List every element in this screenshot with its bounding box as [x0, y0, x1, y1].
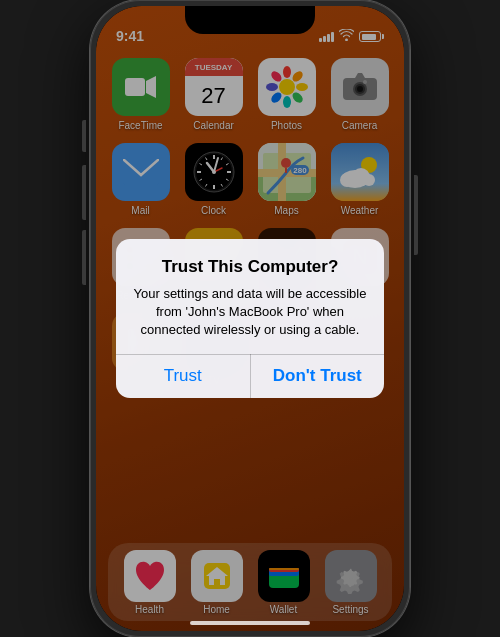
volume-up-button[interactable] — [82, 165, 86, 220]
home-indicator[interactable] — [190, 621, 310, 625]
dont-trust-button[interactable]: Don't Trust — [251, 354, 385, 398]
alert-content: Trust This Computer? Your settings and d… — [116, 239, 384, 354]
alert-message: Your settings and data will be accessibl… — [132, 285, 368, 340]
power-button[interactable] — [414, 175, 418, 255]
volume-down-button[interactable] — [82, 230, 86, 285]
home-screen: 9:41 — [96, 6, 404, 631]
alert-overlay: Trust This Computer? Your settings and d… — [96, 6, 404, 631]
alert-buttons: Trust Don't Trust — [116, 354, 384, 398]
alert-dialog: Trust This Computer? Your settings and d… — [116, 239, 384, 398]
trust-button[interactable]: Trust — [116, 354, 251, 398]
phone-screen: 9:41 — [96, 6, 404, 631]
silent-switch — [82, 120, 86, 152]
alert-title: Trust This Computer? — [132, 257, 368, 277]
phone-frame: 9:41 — [90, 0, 410, 637]
